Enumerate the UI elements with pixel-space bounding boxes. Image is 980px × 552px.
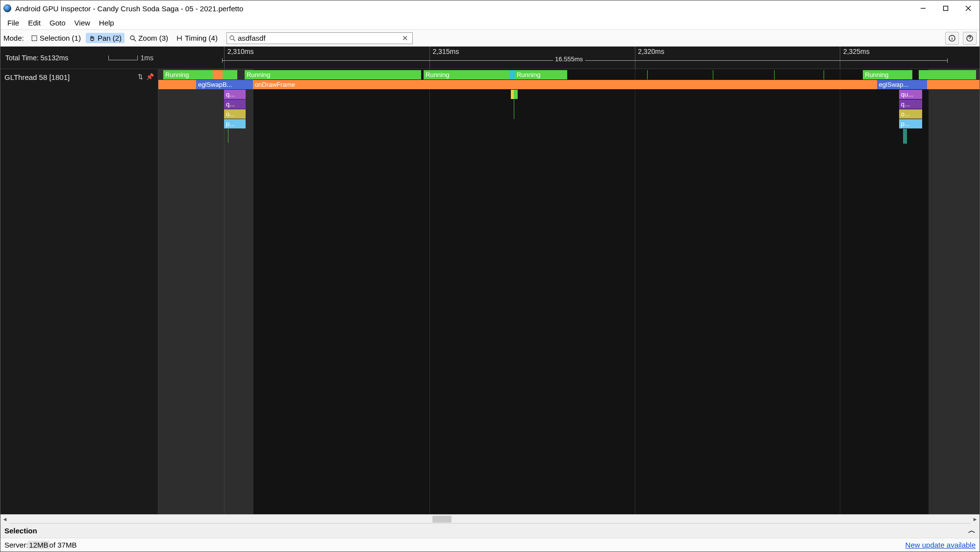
mode-selection-button[interactable]: Selection (1) (28, 33, 84, 43)
slice-running[interactable]: Running (515, 70, 567, 79)
search-icon (229, 35, 236, 42)
slice-ondrawframe[interactable]: onDrawFrame (253, 80, 877, 89)
statusbar: Server: 12MB of 37MB New update availabl… (0, 538, 980, 552)
scale-indicator: 1ms (108, 54, 153, 62)
svg-rect-1 (944, 6, 948, 11)
collapse-icon[interactable]: ⇅ (138, 73, 143, 80)
timing-icon (176, 35, 183, 42)
slice-sliver[interactable] (903, 129, 907, 144)
maximize-button[interactable] (934, 0, 957, 16)
selection-icon (31, 35, 38, 42)
slice-eglswap[interactable]: eglSwap... (877, 80, 927, 89)
svg-point-16 (969, 39, 970, 40)
mode-timing-button[interactable]: Timing (4) (173, 33, 221, 43)
menu-help[interactable]: Help (95, 18, 118, 28)
tick-label: 2,310ms (227, 48, 254, 55)
window-controls (912, 0, 980, 16)
menu-view[interactable]: View (71, 18, 94, 28)
track-canvas[interactable]: Running Running Running Running Running … (158, 69, 980, 514)
scroll-thumb[interactable] (432, 516, 452, 523)
app-icon (3, 4, 11, 12)
close-button[interactable] (957, 0, 980, 16)
track-header[interactable]: GLThread 58 [1801] ⇅ 📌 (0, 69, 158, 151)
slice-p[interactable]: p... (899, 119, 922, 128)
svg-point-14 (952, 36, 952, 37)
slice-o[interactable]: o... (224, 109, 246, 119)
tick-label: 2,325ms (843, 48, 870, 55)
update-link[interactable]: New update available (905, 541, 976, 549)
app-window: Android GPU Inspector - Candy Crush Soda… (0, 0, 980, 552)
menubar: File Edit Goto View Help (0, 16, 980, 30)
help-button[interactable] (963, 32, 977, 45)
time-ruler[interactable]: Total Time: 5s132ms 1ms 2,310ms 2,315ms … (0, 47, 980, 69)
window-title: Android GPU Inspector - Candy Crush Soda… (15, 4, 243, 13)
track-labels-col: GLThread 58 [1801] ⇅ 📌 (0, 69, 158, 514)
track-name: GLThread 58 [1801] (4, 73, 70, 81)
svg-rect-4 (32, 36, 37, 41)
slice-o[interactable]: o... (899, 109, 922, 119)
timeline: Total Time: 5s132ms 1ms 2,310ms 2,315ms … (0, 47, 980, 514)
slice-p[interactable]: p... (224, 119, 246, 128)
slice-running[interactable]: Running (424, 70, 510, 79)
pin-icon[interactable]: 📌 (146, 73, 154, 80)
search-clear-icon[interactable]: ✕ (400, 34, 410, 43)
slice-q[interactable]: q... (224, 90, 246, 99)
toolbar: Mode: Selection (1) Pan (2) Zoom (3) Tim… (0, 30, 980, 47)
slice-sched[interactable] (510, 70, 515, 79)
mode-pan-button[interactable]: Pan (2) (86, 33, 125, 43)
scroll-right-icon[interactable]: ► (971, 515, 980, 524)
menu-edit[interactable]: Edit (24, 18, 45, 28)
tick-label: 2,320ms (638, 48, 664, 55)
minimize-button[interactable] (912, 0, 934, 16)
titlebar: Android GPU Inspector - Candy Crush Soda… (0, 0, 980, 16)
slice-running[interactable]: Running (245, 70, 421, 79)
server-label: Server: (4, 541, 28, 549)
menu-goto[interactable]: Goto (46, 18, 70, 28)
slice-eglswap[interactable]: eglSwapB... (196, 80, 253, 89)
selection-panel-title: Selection (4, 527, 37, 535)
scroll-left-icon[interactable]: ◄ (0, 515, 9, 524)
mode-label: Mode: (3, 34, 24, 42)
slice-qu[interactable]: qu... (899, 90, 922, 99)
slice-running[interactable] (223, 70, 237, 79)
slice-frame[interactable] (927, 80, 980, 89)
slice-running[interactable] (919, 70, 976, 79)
slice-running[interactable]: Running (863, 70, 912, 79)
tick-label: 2,315ms (432, 48, 459, 55)
zoom-icon (129, 35, 136, 42)
total-time-label: Total Time: 5s132ms (5, 54, 68, 62)
hscrollbar[interactable]: ◄ ► (0, 514, 980, 523)
pan-icon (89, 35, 96, 42)
slice-frame[interactable] (158, 80, 196, 89)
search-input[interactable] (238, 34, 400, 42)
slice-q[interactable]: q... (224, 100, 246, 109)
slice-running[interactable]: Running (163, 70, 213, 79)
memory-total: of 37MB (50, 541, 77, 549)
slice-sliver[interactable] (514, 90, 518, 99)
memory-used: 12MB (28, 541, 49, 549)
slice-sched[interactable] (213, 70, 223, 79)
mode-zoom-button[interactable]: Zoom (3) (126, 33, 171, 43)
svg-point-10 (230, 36, 234, 40)
chevron-up-icon[interactable]: ︿ (968, 526, 976, 535)
svg-line-11 (233, 39, 235, 41)
slice-q[interactable]: q... (899, 100, 922, 109)
svg-point-5 (130, 36, 134, 40)
selection-span-label: 16.555ms (553, 55, 585, 63)
svg-line-6 (134, 39, 136, 41)
menu-file[interactable]: File (3, 18, 23, 28)
info-button[interactable] (945, 32, 959, 45)
selection-panel-header[interactable]: Selection ︿ (0, 523, 980, 538)
search-field[interactable]: ✕ (226, 32, 413, 44)
